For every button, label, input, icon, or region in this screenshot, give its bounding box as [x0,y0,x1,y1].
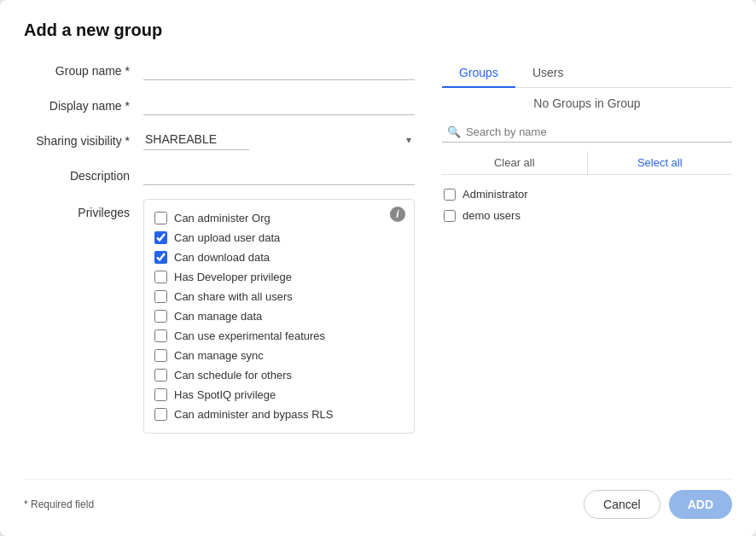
left-panel: Group name * Display name * Sharing visi… [24,59,415,462]
dialog-title: Add a new group [24,20,732,40]
right-panel: Groups Users No Groups in Group 🔍 Clear … [442,59,732,462]
privilege-spotiq-label: Has SpotIQ privilege [174,388,276,401]
sharing-visibility-row: Sharing visibility * SHAREABLE NON-SHARE… [24,129,415,150]
add-button[interactable]: ADD [669,490,732,519]
privilege-administer-org-checkbox[interactable] [154,212,167,224]
privilege-administer-org: Can administer Org [154,208,404,228]
privilege-administer-org-label: Can administer Org [174,212,270,224]
dialog-body: Group name * Display name * Sharing visi… [24,59,732,462]
privilege-schedule-others-label: Can schedule for others [174,369,292,382]
privilege-spotiq: Has SpotIQ privilege [154,385,404,405]
privilege-manage-data-checkbox[interactable] [154,310,167,323]
privilege-download-data-label: Can download data [174,251,270,264]
group-demo-users-label: demo users [462,209,520,222]
group-demo-users: demo users [442,205,732,226]
tab-users[interactable]: Users [515,59,581,88]
search-box: 🔍 [442,122,732,143]
group-name-row: Group name * [24,59,415,80]
required-note: * Required field [24,498,94,510]
group-administrator-label: Administrator [462,188,528,201]
cancel-button[interactable]: Cancel [584,490,660,519]
tab-groups[interactable]: Groups [442,59,515,88]
privilege-experimental-checkbox[interactable] [154,329,167,342]
group-administrator-checkbox[interactable] [444,189,456,201]
description-label: Description [24,164,143,183]
group-name-label: Group name * [24,59,143,78]
sharing-visibility-select[interactable]: SHAREABLE NON-SHAREABLE [143,129,249,150]
no-groups-text: No Groups in Group [442,96,732,110]
privilege-share-all-checkbox[interactable] [154,290,167,303]
description-row: Description [24,164,415,185]
privilege-manage-sync-label: Can manage sync [174,349,264,362]
chevron-down-icon: ▾ [406,134,411,146]
privilege-share-all-label: Can share with all users [174,290,293,303]
select-clear-row: Clear all Select all [442,151,732,175]
privilege-download-data-checkbox[interactable] [154,251,167,264]
sharing-visibility-label: Sharing visibility * [24,129,143,148]
tabs-header: Groups Users [442,59,732,88]
privilege-experimental-label: Can use experimental features [174,329,325,342]
privilege-share-all: Can share with all users [154,287,404,306]
group-name-input[interactable] [143,59,415,80]
display-name-row: Display name * [24,94,415,115]
privilege-manage-sync: Can manage sync [154,346,404,365]
select-all-button[interactable]: Select all [588,151,733,174]
privilege-developer-checkbox[interactable] [154,271,167,283]
privileges-label: Privileges [24,199,143,219]
info-icon[interactable]: i [390,207,405,222]
privilege-experimental: Can use experimental features [154,326,404,346]
group-demo-users-checkbox[interactable] [444,210,456,222]
privilege-upload-user-data-label: Can upload user data [174,231,280,244]
display-name-input[interactable] [143,94,415,115]
dialog-footer: * Required field Cancel ADD [24,479,732,519]
privilege-developer-label: Has Developer privilege [174,271,292,283]
privilege-manage-sync-checkbox[interactable] [154,349,167,362]
sharing-visibility-wrapper: SHAREABLE NON-SHAREABLE ▾ [143,129,415,150]
privilege-developer: Has Developer privilege [154,267,404,287]
privileges-row: Privileges i Can administer Org Can uplo… [24,199,415,434]
search-input[interactable] [466,125,727,138]
privilege-schedule-others-checkbox[interactable] [154,369,167,382]
privilege-manage-data: Can manage data [154,306,404,326]
privilege-upload-user-data-checkbox[interactable] [154,231,167,244]
description-input[interactable] [143,164,415,185]
privilege-download-data: Can download data [154,248,404,267]
privilege-manage-data-label: Can manage data [174,310,262,323]
privilege-schedule-others: Can schedule for others [154,365,404,385]
privilege-bypass-rls-label: Can administer and bypass RLS [174,408,333,421]
clear-all-button[interactable]: Clear all [442,151,588,174]
privilege-bypass-rls-checkbox[interactable] [154,408,167,421]
privilege-upload-user-data: Can upload user data [154,228,404,248]
privilege-bypass-rls: Can administer and bypass RLS [154,405,404,424]
footer-buttons: Cancel ADD [584,490,732,519]
group-administrator: Administrator [442,184,732,205]
privileges-box: i Can administer Org Can upload user dat… [143,199,415,434]
privilege-spotiq-checkbox[interactable] [154,388,167,401]
display-name-label: Display name * [24,94,143,113]
search-icon: 🔍 [447,125,461,138]
add-group-dialog: Add a new group Group name * Display nam… [0,0,756,536]
